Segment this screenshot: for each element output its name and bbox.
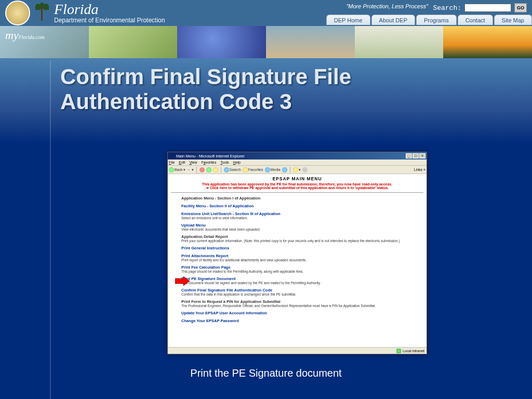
go-button[interactable]: GO bbox=[514, 3, 527, 12]
attachments-link[interactable]: Print Attachments Report bbox=[181, 254, 423, 258]
maximize-button[interactable]: □ bbox=[413, 153, 419, 158]
palm-tree-icon bbox=[34, 3, 50, 23]
search-input[interactable] bbox=[464, 4, 511, 12]
divider bbox=[50, 60, 51, 399]
readonly-notice: This application has been approved by th… bbox=[171, 182, 423, 186]
confirm-link[interactable]: Confirm Final Signature File Authenticat… bbox=[181, 288, 423, 292]
media-button[interactable]: Media bbox=[265, 167, 281, 172]
myflorida-logo[interactable]: myFlorida.com bbox=[5, 29, 44, 42]
photo-4 bbox=[266, 26, 355, 58]
mail-button[interactable]: ▾ bbox=[293, 167, 301, 172]
back-label: Back bbox=[175, 168, 183, 171]
media-icon bbox=[265, 167, 270, 172]
star-icon bbox=[243, 167, 248, 172]
media-label: Media bbox=[271, 168, 281, 171]
detail-desc: Print your current application informati… bbox=[181, 239, 423, 243]
menu-edit[interactable]: Edit bbox=[179, 161, 185, 164]
menu-help[interactable]: Help bbox=[233, 161, 241, 164]
app-menu-heading: Application Menu - Section I of Applicat… bbox=[181, 196, 423, 201]
fee-desc: This page should be mailed to the Permit… bbox=[181, 270, 423, 273]
state-seal-icon bbox=[5, 1, 30, 25]
header-banner: Florida Department of Environmental Prot… bbox=[0, 0, 532, 58]
photo-6 bbox=[443, 26, 532, 58]
print-icon bbox=[302, 167, 308, 172]
home-button[interactable] bbox=[213, 167, 218, 172]
toolbar: Back ▾ → ▾ Search Favorites Media ▾ Link… bbox=[168, 166, 427, 174]
slide-title: Confirm Final Signature File Authenticat… bbox=[60, 64, 351, 115]
favorites-button[interactable]: Favorites bbox=[243, 167, 263, 172]
pin-desc: The Professional Engineer, Responsible O… bbox=[181, 304, 423, 308]
banner-top: Florida Department of Environmental Prot… bbox=[0, 0, 532, 26]
myfl-suffix: Florida.com bbox=[19, 34, 45, 40]
update-account-link[interactable]: Update Your EPSAP User Account Informati… bbox=[181, 311, 423, 315]
emissions-link[interactable]: Emissions Unit List/Search - Section III… bbox=[181, 211, 423, 216]
minimize-button[interactable]: _ bbox=[406, 153, 412, 158]
withdraw-link[interactable]: Click here to withdraw PE approval and s… bbox=[171, 186, 423, 190]
nav-dep-home[interactable]: DEP Home bbox=[326, 15, 370, 25]
myfl-prefix: my bbox=[5, 29, 19, 42]
search-icon bbox=[224, 167, 229, 172]
window-title: Main Menu - Microsoft Internet Explorer bbox=[169, 154, 406, 158]
history-icon bbox=[282, 167, 287, 172]
upload-desc: View electronic documents that have been… bbox=[181, 228, 423, 231]
nav-contact[interactable]: Contact bbox=[458, 15, 493, 25]
menu-file[interactable]: File bbox=[169, 161, 175, 164]
search-btn-label: Search bbox=[230, 168, 241, 171]
zone-icon bbox=[396, 349, 401, 353]
photo-2 bbox=[89, 26, 178, 58]
browser-window: Main Menu - Microsoft Internet Explorer … bbox=[167, 152, 427, 354]
slide-title-line2: Authentication Code 3 bbox=[60, 89, 351, 114]
nav-about[interactable]: About DEP bbox=[371, 15, 415, 25]
instructions-link[interactable]: Print General Instructions bbox=[181, 246, 423, 250]
back-icon bbox=[169, 167, 174, 172]
fee-link[interactable]: Print Fee Calculation Page bbox=[181, 265, 423, 270]
confirm-desc: Confirm that the data in this applicatio… bbox=[181, 292, 423, 296]
divider bbox=[171, 192, 423, 193]
back-button[interactable]: Back ▾ bbox=[169, 167, 185, 172]
photo-strip bbox=[0, 26, 532, 58]
stop-button[interactable] bbox=[200, 167, 205, 172]
separator-icon bbox=[221, 167, 221, 173]
photo-3 bbox=[177, 26, 266, 58]
print-button[interactable] bbox=[302, 167, 308, 172]
close-button[interactable]: × bbox=[419, 153, 425, 158]
tagline: "More Protection, Less Process" bbox=[346, 3, 428, 9]
facility-menu-link[interactable]: Facility Menu - Section II of Applicatio… bbox=[181, 204, 423, 208]
menu-tools[interactable]: Tools bbox=[220, 161, 229, 164]
state-name: Florida bbox=[54, 2, 165, 17]
stop-icon bbox=[200, 167, 205, 172]
statusbar: Local intranet bbox=[168, 347, 427, 354]
window-buttons: _ □ × bbox=[406, 153, 425, 158]
search-area: Search: GO bbox=[433, 3, 527, 12]
menu-view[interactable]: View bbox=[189, 161, 197, 164]
zone-label: Local intranet bbox=[403, 349, 424, 353]
slide-body: Confirm Final Signature File Authenticat… bbox=[0, 58, 532, 399]
nav-programs[interactable]: Programs bbox=[416, 15, 457, 25]
fav-label: Favorites bbox=[248, 168, 263, 171]
window-titlebar[interactable]: Main Menu - Microsoft Internet Explorer … bbox=[168, 152, 427, 159]
search-label: Search: bbox=[433, 4, 461, 12]
pin-heading: Print Form to Request a PIN for Applicat… bbox=[181, 299, 423, 304]
upload-link[interactable]: Upload Menu bbox=[181, 223, 423, 228]
signature-link[interactable]: Print PE Signature Document bbox=[181, 276, 423, 281]
menubar: File Edit View Favorites Tools Help bbox=[168, 159, 427, 166]
attachments-desc: Print report of facility and EU addition… bbox=[181, 258, 423, 262]
logo-area: Florida Department of Environmental Prot… bbox=[5, 1, 165, 25]
mail-icon bbox=[293, 167, 298, 172]
links-label: Links bbox=[414, 168, 422, 171]
search-button[interactable]: Search bbox=[224, 167, 241, 172]
forward-button[interactable]: → ▾ bbox=[187, 168, 194, 172]
page-content: EPSAP MAIN MENU This application has bee… bbox=[168, 174, 427, 347]
slide-caption: Print the PE Signature document bbox=[0, 367, 532, 379]
refresh-icon bbox=[206, 167, 211, 172]
refresh-button[interactable] bbox=[206, 167, 211, 172]
separator-icon bbox=[196, 167, 197, 173]
history-button[interactable] bbox=[282, 167, 287, 172]
change-password-link[interactable]: Change Your EPSAP Password bbox=[181, 318, 423, 323]
menu-favorites[interactable]: Favorites bbox=[201, 161, 216, 164]
detail-heading: Application Detail Report bbox=[181, 234, 423, 239]
links-bar[interactable]: Links » bbox=[414, 168, 425, 171]
title-block: Florida Department of Environmental Prot… bbox=[54, 2, 165, 24]
home-icon bbox=[213, 167, 218, 172]
nav-sitemap[interactable]: Site Map bbox=[494, 15, 532, 25]
